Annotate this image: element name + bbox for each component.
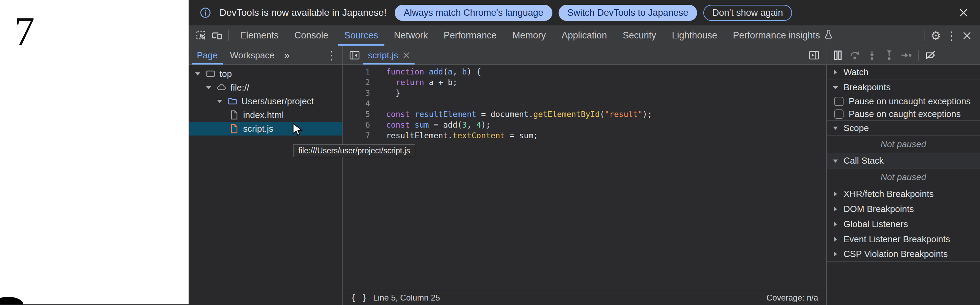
token-kw: const xyxy=(386,110,415,119)
sidebar-label: Event Listener Breakpoints xyxy=(843,234,950,244)
chevron-right-icon[interactable] xyxy=(832,236,839,242)
line-number[interactable]: 4 xyxy=(342,99,382,109)
tab-performance-insights[interactable]: Performance insights xyxy=(725,26,841,46)
devtools-close-icon[interactable] xyxy=(959,28,975,43)
tree-item-file[interactable]: file:// xyxy=(189,81,342,94)
sidebar-section-breakpoints[interactable]: Breakpoints xyxy=(827,80,980,95)
navigator-kebab-icon[interactable]: ⋮ xyxy=(324,47,339,63)
tree-item-script-js[interactable]: script.js xyxy=(189,122,342,136)
tab-network[interactable]: Network xyxy=(386,26,436,46)
deactivate-breakpoints-icon[interactable] xyxy=(922,46,939,64)
code-lines[interactable]: function add(a, b) { return a + b; } con… xyxy=(382,65,826,290)
banner-close-icon[interactable] xyxy=(956,5,971,20)
more-tabs-icon[interactable]: » xyxy=(280,50,293,61)
always-match-language-button[interactable]: Always match Chrome's language xyxy=(395,5,552,21)
checkbox-pause-on-uncaught-exceptions[interactable] xyxy=(834,97,843,106)
dont-show-again-button[interactable]: Don't show again xyxy=(703,5,792,21)
pretty-print-icon[interactable]: { } xyxy=(351,293,368,303)
device-toolbar-icon[interactable] xyxy=(209,28,225,43)
sidebar-section-watch[interactable]: Watch xyxy=(827,65,980,80)
code-line-1: function add(a, b) { xyxy=(382,67,826,77)
tab-label: Console xyxy=(294,30,328,41)
kebab-menu-icon[interactable]: ⋮ xyxy=(943,28,959,43)
tree-item-label: top xyxy=(220,69,232,79)
sidebar-section-xhr-fetch-breakpoints[interactable]: XHR/fetch Breakpoints xyxy=(827,186,980,201)
sidebar-section-event-listener-breakpoints[interactable]: Event Listener Breakpoints xyxy=(827,232,980,247)
tab-performance[interactable]: Performance xyxy=(436,26,505,46)
file-tree: topfile://Users/user/projectindex.htmlsc… xyxy=(189,65,342,136)
inspect-element-icon[interactable] xyxy=(193,28,209,43)
chevron-right-icon[interactable] xyxy=(832,191,839,197)
line-number[interactable]: 3 xyxy=(342,88,382,99)
sidebar-section-global-listeners[interactable]: Global Listeners xyxy=(827,217,980,232)
cursor-position: Line 5, Column 25 xyxy=(373,293,440,303)
token-pl: ) { xyxy=(467,67,481,76)
chevron-down-icon[interactable] xyxy=(832,159,839,163)
tab-console[interactable]: Console xyxy=(287,26,336,46)
tab-security[interactable]: Security xyxy=(615,26,664,46)
hide-navigator-icon[interactable] xyxy=(347,47,363,63)
switch-devtools-japanese-button[interactable]: Switch DevTools to Japanese xyxy=(558,5,697,21)
sidebar-section-dom-breakpoints[interactable]: DOM Breakpoints xyxy=(827,201,980,217)
editor-pane[interactable]: 1234567 function add(a, b) { return a + … xyxy=(342,65,826,305)
tab-sources[interactable]: Sources xyxy=(336,26,386,46)
devtools-panel: DevTools is now available in Japanese! A… xyxy=(189,0,980,305)
line-number[interactable]: 7 xyxy=(342,130,382,141)
chevron-right-icon[interactable] xyxy=(832,221,839,227)
code-line-2: return a + b; xyxy=(382,77,826,88)
chevron-down-icon[interactable] xyxy=(832,126,839,130)
step-out-icon[interactable] xyxy=(881,46,898,64)
sidebar-section-call-stack[interactable]: Call Stack xyxy=(827,153,980,168)
checkbox-pause-on-caught-exceptions[interactable] xyxy=(834,109,843,119)
tree-item-label: script.js xyxy=(243,123,273,134)
show-debugger-sidebar-icon[interactable] xyxy=(806,47,822,63)
code-line-4 xyxy=(382,99,826,109)
code-line-3: } xyxy=(382,88,826,99)
token-pl: = add( xyxy=(429,120,462,129)
tab-lighthouse[interactable]: Lighthouse xyxy=(664,26,725,46)
chevron-right-icon[interactable] xyxy=(832,251,839,257)
tab-page[interactable]: Page xyxy=(191,46,224,64)
editor-tab-scriptjs[interactable]: script.js xyxy=(363,46,415,64)
sidebar-section-csp-violation-breakpoints[interactable]: CSP Violation Breakpoints xyxy=(827,247,980,262)
sidebar-checkbox-pause-on-uncaught-exceptions[interactable]: Pause on uncaught exceptions xyxy=(827,95,980,108)
tab-workspace[interactable]: Workspace xyxy=(224,46,281,64)
pause-script-icon[interactable] xyxy=(829,46,846,64)
line-number[interactable]: 1 xyxy=(342,67,382,77)
chevron-down-icon[interactable] xyxy=(832,85,839,89)
chevron-right-icon[interactable] xyxy=(832,69,839,75)
tab-application[interactable]: Application xyxy=(554,26,615,46)
chevron-down-icon[interactable] xyxy=(215,99,224,103)
sidebar-label: Pause on caught exceptions xyxy=(849,109,961,120)
sidebar-section-scope[interactable]: Scope xyxy=(827,120,980,136)
sidebar-label: Not paused xyxy=(881,139,926,150)
line-number[interactable]: 2 xyxy=(342,77,382,88)
tab-label: Application xyxy=(562,30,607,41)
line-number[interactable]: 5 xyxy=(342,109,382,120)
chevron-right-icon[interactable] xyxy=(832,206,839,212)
chevron-down-icon[interactable] xyxy=(204,85,213,89)
line-number[interactable]: 6 xyxy=(342,120,382,130)
tab-elements[interactable]: Elements xyxy=(232,26,287,46)
token-prop: getElementById xyxy=(533,110,600,119)
navigator-toolbar: Page Workspace » ⋮ xyxy=(189,46,342,64)
tree-item-index-html[interactable]: index.html xyxy=(189,108,342,122)
sidebar-status-not-paused: Not paused xyxy=(827,168,980,186)
editor-tab-close-icon[interactable] xyxy=(403,52,410,59)
step-icon[interactable] xyxy=(898,46,915,64)
step-into-icon[interactable] xyxy=(864,46,881,64)
token-pl: ); xyxy=(481,120,491,129)
tab-memory[interactable]: Memory xyxy=(504,26,554,46)
tabbar-right-divider xyxy=(924,30,924,41)
line-number-gutter[interactable]: 1234567 xyxy=(342,65,382,290)
tree-item-users-user-project[interactable]: Users/user/project xyxy=(189,94,342,108)
chevron-down-icon[interactable] xyxy=(193,72,202,76)
step-over-icon[interactable] xyxy=(846,46,864,64)
sidebar-checkbox-pause-on-caught-exceptions[interactable]: Pause on caught exceptions xyxy=(827,108,980,120)
tree-item-top[interactable]: top xyxy=(189,67,342,81)
coverage-status[interactable]: Coverage: n/a xyxy=(766,293,818,303)
code-editor[interactable]: 1234567 function add(a, b) { return a + … xyxy=(342,65,826,290)
debugger-sidebar: WatchBreakpointsPause on uncaught except… xyxy=(826,65,980,305)
tab-label: Network xyxy=(394,30,428,41)
settings-gear-icon[interactable]: ⚙ xyxy=(928,28,943,43)
